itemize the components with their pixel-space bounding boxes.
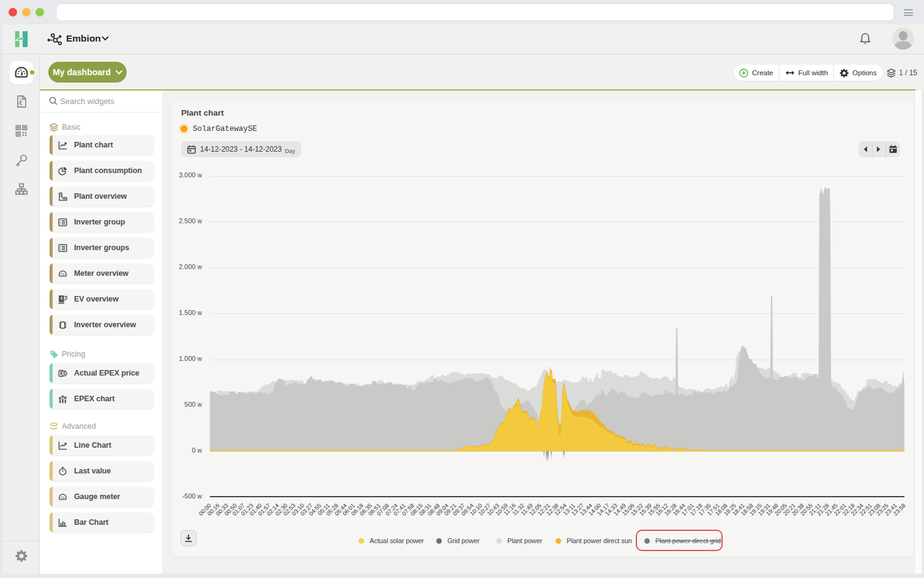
svg-text:€: € [63, 370, 66, 376]
svg-text:€: € [19, 100, 23, 106]
